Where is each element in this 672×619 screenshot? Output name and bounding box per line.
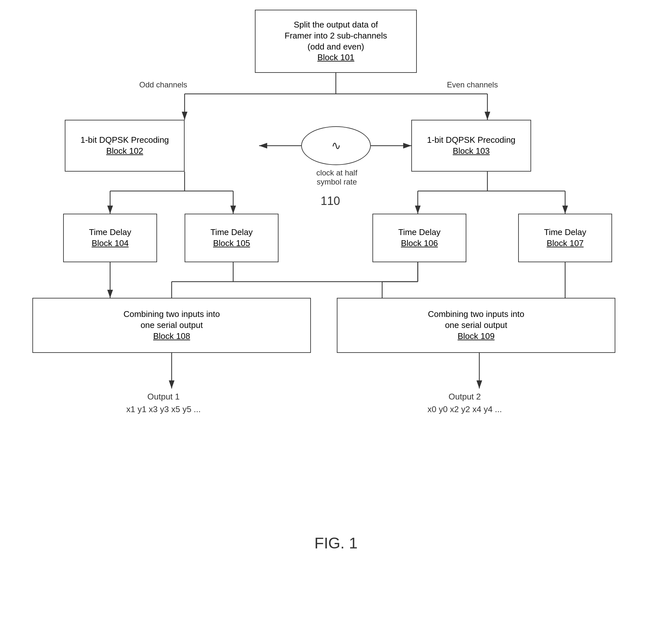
block101-line1: Split the output data of — [294, 19, 378, 30]
block-103: 1-bit DQPSK Precoding Block 103 — [411, 120, 531, 171]
block106-label: Block 106 — [401, 238, 438, 249]
block102-line1: 1-bit DQPSK Precoding — [80, 135, 169, 146]
block109-label: Block 109 — [458, 331, 494, 342]
output2-value: x0 y0 x2 y2 x4 y4 ... — [427, 404, 502, 414]
block101-line2: Framer into 2 sub-channels — [285, 30, 387, 42]
clock-wave-icon: ∿ — [331, 139, 341, 152]
block-102: 1-bit DQPSK Precoding Block 102 — [65, 120, 185, 171]
block101-line3: (odd and even) — [308, 42, 364, 53]
block107-label: Block 107 — [547, 238, 584, 249]
clock-number: 110 — [321, 194, 340, 208]
block-109: Combining two inputs into one serial out… — [337, 298, 615, 353]
clock-line2: symbol rate — [317, 178, 357, 186]
even-channels-label: Even channels — [447, 80, 498, 89]
block-108: Combining two inputs into one serial out… — [32, 298, 311, 353]
block108-line2: one serial output — [141, 320, 203, 331]
output2-title: Output 2 — [427, 392, 502, 402]
block108-line1: Combining two inputs into — [123, 309, 220, 320]
block104-line1: Time Delay — [89, 227, 131, 238]
block108-label: Block 108 — [153, 331, 190, 342]
block103-label: Block 103 — [453, 146, 490, 157]
block105-label: Block 105 — [213, 238, 250, 249]
block-105: Time Delay Block 105 — [185, 214, 278, 262]
figure-label: FIG. 1 — [275, 534, 397, 552]
block106-line1: Time Delay — [398, 227, 441, 238]
block101-label: Block 101 — [317, 52, 354, 63]
clock-label: clock at half symbol rate — [293, 168, 381, 187]
diagram-container: Split the output data of Framer into 2 s… — [0, 0, 672, 619]
output1-title: Output 1 — [126, 392, 201, 402]
block105-line1: Time Delay — [210, 227, 253, 238]
output1-label: Output 1 x1 y1 x3 y3 x5 y5 ... — [126, 392, 201, 414]
block-104: Time Delay Block 104 — [63, 214, 157, 262]
block109-line1: Combining two inputs into — [428, 309, 524, 320]
clock-line1: clock at half — [317, 168, 357, 177]
block107-line1: Time Delay — [544, 227, 587, 238]
block104-label: Block 104 — [92, 238, 129, 249]
block103-line1: 1-bit DQPSK Precoding — [427, 135, 515, 146]
odd-channels-label: Odd channels — [139, 80, 187, 89]
output1-value: x1 y1 x3 y3 x5 y5 ... — [126, 404, 201, 414]
clock-symbol: ∿ — [301, 126, 371, 165]
block102-label: Block 102 — [106, 146, 143, 157]
clock-num: 110 — [321, 194, 340, 208]
block109-line2: one serial output — [445, 320, 507, 331]
output2-label: Output 2 x0 y0 x2 y2 x4 y4 ... — [427, 392, 502, 414]
block-101: Split the output data of Framer into 2 s… — [255, 10, 417, 73]
block-106: Time Delay Block 106 — [373, 214, 466, 262]
block-107: Time Delay Block 107 — [518, 214, 612, 262]
